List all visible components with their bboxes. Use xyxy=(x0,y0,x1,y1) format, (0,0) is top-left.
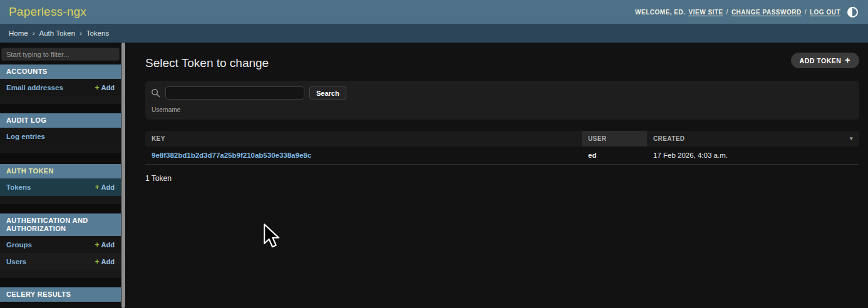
theme-toggle-icon[interactable] xyxy=(847,7,858,18)
add-token-button[interactable]: ADD TOKEN + xyxy=(791,53,859,68)
search-input[interactable] xyxy=(165,86,304,100)
section-header-authentication: AUTHENTICATION AND AUTHORIZATION xyxy=(0,213,121,236)
top-header: Paperless-ngx WELCOME, ED. VIEW SITE / C… xyxy=(0,0,868,24)
sidebar-item-users[interactable]: Users +Add xyxy=(0,253,121,270)
divider xyxy=(0,145,121,153)
breadcrumb-home[interactable]: Home xyxy=(9,29,28,37)
scrollbar-thumb[interactable] xyxy=(121,43,125,308)
section-header-audit-log: AUDIT LOG xyxy=(0,113,121,128)
add-email-address-link[interactable]: +Add xyxy=(95,83,115,92)
email-addresses-link[interactable]: Email addresses xyxy=(6,84,63,91)
plus-icon: + xyxy=(95,257,100,266)
sidebar-item-log-entries[interactable]: Log entries xyxy=(0,128,121,145)
divider xyxy=(0,278,121,287)
groups-link[interactable]: Groups xyxy=(6,241,32,249)
divider xyxy=(0,96,121,104)
app-brand[interactable]: Paperless-ngx xyxy=(9,5,86,19)
add-user-link[interactable]: +Add xyxy=(95,257,115,266)
sidebar-item-groups[interactable]: Groups +Add xyxy=(0,236,121,253)
plus-icon: + xyxy=(95,183,100,192)
main-content: Select Token to change ADD TOKEN + Searc… xyxy=(127,43,868,308)
token-table: KEY USER CREATED ▾ 9e8f382bd1b2d3d77a25b… xyxy=(145,131,859,165)
search-icon xyxy=(151,88,160,98)
breadcrumb-current: Tokens xyxy=(86,29,109,37)
search-module: Search Username xyxy=(145,81,859,120)
divider xyxy=(0,153,121,164)
log-out-link[interactable]: LOG OUT xyxy=(810,9,840,16)
sidebar-item-email-addresses[interactable]: Email addresses +Add xyxy=(0,79,121,96)
breadcrumb-separator: › xyxy=(80,29,82,37)
token-key-cell: 9e8f382bd1b2d3d77a25b9f210ab530e338a9e8c xyxy=(145,146,582,165)
plus-icon: + xyxy=(845,55,850,65)
welcome-text: WELCOME, ED. xyxy=(635,9,685,16)
tokens-link[interactable]: Tokens xyxy=(6,183,31,191)
table-row: 9e8f382bd1b2d3d77a25b9f210ab530e338a9e8c… xyxy=(145,146,859,165)
section-header-celery-results: CELERY RESULTS xyxy=(0,287,121,302)
plus-icon: + xyxy=(95,83,100,92)
add-group-link[interactable]: +Add xyxy=(95,240,115,249)
section-header-accounts: ACCOUNTS xyxy=(0,64,121,79)
add-token-link[interactable]: +Add xyxy=(95,183,115,192)
tools-separator: / xyxy=(726,9,728,16)
token-user-cell: ed xyxy=(582,146,647,165)
breadcrumb-separator: › xyxy=(33,29,35,37)
divider xyxy=(0,104,121,113)
breadcrumb: Home › Auth Token › Tokens xyxy=(0,24,868,43)
column-header-user[interactable]: USER xyxy=(582,131,647,146)
token-key-link[interactable]: 9e8f382bd1b2d3d77a25b9f210ab530e338a9e8c xyxy=(152,151,311,159)
admin-sidebar: ACCOUNTS Email addresses +Add AUDIT LOG … xyxy=(0,43,121,308)
sidebar-scrollbar[interactable] xyxy=(121,43,127,308)
user-tools: WELCOME, ED. VIEW SITE / CHANGE PASSWORD… xyxy=(635,7,858,18)
plus-icon: + xyxy=(95,240,100,249)
column-header-created[interactable]: CREATED ▾ xyxy=(647,131,859,146)
result-count: 1 Token xyxy=(145,174,859,183)
tools-separator: / xyxy=(805,9,807,16)
breadcrumb-app[interactable]: Auth Token xyxy=(39,29,75,37)
page-title: Select Token to change xyxy=(145,56,859,70)
section-header-auth-token: AUTH TOKEN xyxy=(0,164,121,178)
token-created-cell: 17 Feb 2026, 4:03 a.m. xyxy=(647,146,859,165)
table-header-row: KEY USER CREATED ▾ xyxy=(145,131,859,146)
search-button[interactable]: Search xyxy=(309,86,346,100)
sort-options-caret-icon[interactable]: ▾ xyxy=(850,135,853,141)
log-entries-link[interactable]: Log entries xyxy=(6,133,45,140)
column-header-key[interactable]: KEY xyxy=(145,131,582,146)
divider xyxy=(0,270,121,278)
search-field-hint: Username xyxy=(152,106,854,113)
change-password-link[interactable]: CHANGE PASSWORD xyxy=(731,9,802,16)
view-site-link[interactable]: VIEW SITE xyxy=(689,9,723,16)
divider xyxy=(0,204,121,213)
divider xyxy=(0,196,121,204)
users-link[interactable]: Users xyxy=(6,258,26,265)
sidebar-item-tokens[interactable]: Tokens +Add xyxy=(0,178,121,196)
sidebar-filter-input[interactable] xyxy=(1,48,120,61)
